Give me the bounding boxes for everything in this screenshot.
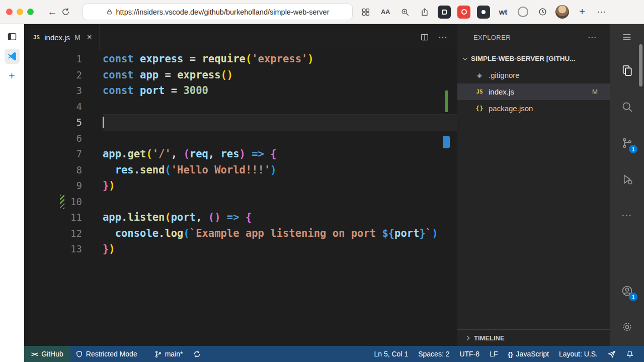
ellipsis-icon: ⋯ — [621, 209, 632, 221]
back-button[interactable]: ← — [46, 6, 59, 19]
minimize-window-button[interactable] — [17, 9, 23, 15]
overview-scroll-marker[interactable] — [443, 136, 450, 148]
eol-item[interactable]: LF — [485, 346, 503, 362]
code-line-1[interactable]: 1const express = require('express') — [24, 51, 457, 67]
line-number: 7 — [24, 146, 82, 162]
code-line-8[interactable]: 8 res.send('Hello World!!!') — [24, 162, 457, 178]
text-size-icon[interactable]: AA — [379, 6, 392, 19]
notifications-item[interactable] — [621, 346, 639, 362]
file-list: ◈.gitignoreJSindex.jsM{}package.json — [457, 67, 610, 117]
file-row-.gitignore[interactable]: ◈.gitignore — [457, 67, 610, 83]
line-number: 2 — [24, 67, 82, 83]
history-icon[interactable] — [536, 6, 549, 19]
workspace-folder-row[interactable]: SIMPLE-WEB-SERVER [GITHU... — [457, 50, 610, 67]
vscode-tab-icon[interactable] — [5, 49, 20, 64]
shield-icon — [75, 350, 83, 358]
timeline-section[interactable]: TIMELINE — [457, 329, 610, 346]
branch-item[interactable]: main* — [149, 346, 188, 362]
editor-pane: JS index.js M × ⋯ 1const — [24, 24, 457, 346]
run-debug-activity-icon[interactable] — [615, 167, 639, 191]
zoom-icon[interactable] — [398, 6, 412, 19]
line-number: 12 — [24, 226, 82, 242]
source-control-activity-icon[interactable]: 1 — [615, 131, 639, 155]
lock-icon — [106, 9, 113, 15]
file-row-index.js[interactable]: JSindex.jsM — [457, 83, 610, 100]
browser-extension-icon[interactable] — [516, 6, 529, 19]
file-row-package.json[interactable]: {}package.json — [457, 100, 610, 117]
zoom-window-button[interactable] — [27, 9, 34, 15]
more-activity-icon[interactable]: ⋯ — [615, 203, 639, 227]
feedback-item[interactable] — [603, 346, 621, 362]
encoding-item[interactable]: UTF-8 — [454, 346, 485, 362]
browser-scrollbar[interactable] — [639, 44, 642, 86]
extension-glyph — [442, 10, 447, 15]
line-number: 3 — [24, 83, 82, 99]
status-right: Ln 5, Col 1 Spaces: 2 UTF-8 LF {} JavaSc… — [369, 346, 644, 362]
indentation-label: Spaces: 2 — [418, 350, 449, 358]
overflow-menu-icon[interactable]: ⋯ — [595, 6, 608, 19]
code-line-12[interactable]: 12 console.log(`Example app listening on… — [24, 226, 457, 242]
reload-button[interactable] — [59, 6, 72, 19]
code-line-7[interactable]: 7app.get('/', (req, res) => { — [24, 146, 457, 162]
split-editor-icon[interactable] — [420, 33, 429, 42]
git-file-icon: ◈ — [474, 71, 485, 79]
remote-indicator[interactable]: >< GitHub — [24, 346, 70, 362]
code-line-10[interactable]: 10 — [24, 194, 457, 210]
git-branch-icon — [154, 350, 162, 358]
restricted-mode-item[interactable]: Restricted Mode — [70, 346, 142, 362]
cursor-position-item[interactable]: Ln 5, Col 1 — [369, 346, 413, 362]
browser-extension-icon[interactable] — [438, 6, 451, 19]
code-line-5[interactable]: 5 — [24, 115, 457, 131]
code-line-2[interactable]: 2const app = express() — [24, 67, 457, 83]
code-line-3[interactable]: 3const port = 3000 — [24, 83, 457, 99]
explorer-title: EXPLORER — [473, 34, 511, 41]
explorer-more-icon[interactable]: ⋯ — [588, 32, 597, 43]
browser-extension-icon[interactable] — [477, 6, 490, 19]
line-number: 8 — [24, 162, 82, 178]
profile-avatar[interactable] — [555, 5, 569, 19]
menu-icon[interactable] — [615, 31, 639, 43]
git-modified-badge: M — [592, 88, 598, 96]
indentation-item[interactable]: Spaces: 2 — [413, 346, 454, 362]
chevron-right-icon — [465, 335, 470, 340]
settings-gear-icon[interactable] — [615, 315, 639, 339]
code-line-6[interactable]: 6 — [24, 131, 457, 147]
extension-glyph — [481, 10, 486, 14]
code-text: res.send('Hello World!!!') — [103, 162, 457, 178]
json-file-icon: {} — [474, 105, 485, 112]
tab-overview-icon[interactable] — [359, 6, 372, 19]
tab-indexjs[interactable]: JS index.js M × — [24, 24, 100, 50]
browser-extension-icon[interactable] — [457, 6, 470, 19]
extension-glyph — [518, 7, 528, 17]
tab-modified-badge: M — [74, 33, 80, 41]
language-mode-item[interactable]: {} JavaScript — [503, 346, 553, 362]
braces-icon: {} — [508, 350, 513, 358]
url-bar[interactable]: https://insiders.vscode.dev/github/burke… — [83, 4, 352, 20]
new-tab-icon[interactable]: + — [576, 6, 589, 19]
new-tab-button[interactable]: + — [6, 69, 19, 82]
browser-extension-wt-icon[interactable]: wt — [497, 6, 510, 19]
close-tab-icon[interactable]: × — [87, 32, 92, 42]
code-line-4[interactable]: 4 — [24, 99, 457, 115]
sync-icon — [193, 350, 201, 358]
code-text: app.listen(port, () => { — [103, 210, 457, 226]
sidebar-toggle-icon[interactable] — [6, 30, 19, 43]
sync-item[interactable] — [188, 346, 206, 362]
share-icon[interactable] — [418, 6, 431, 19]
editor-tab-bar: JS index.js M × ⋯ — [24, 24, 457, 50]
explorer-activity-icon[interactable] — [615, 58, 639, 82]
code-editor[interactable]: 1const express = require('express')2cons… — [24, 50, 457, 346]
keyboard-layout-item[interactable]: Layout: U.S. — [554, 346, 603, 362]
code-text: const port = 3000 — [103, 83, 457, 99]
code-line-11[interactable]: 11app.listen(port, () => { — [24, 210, 457, 226]
editor-more-actions-icon[interactable]: ⋯ — [438, 32, 448, 43]
code-line-13[interactable]: 13}) — [24, 241, 457, 257]
close-window-button[interactable] — [6, 9, 13, 15]
account-icon[interactable]: 1 — [615, 279, 639, 303]
line-number: 9 — [24, 178, 82, 194]
explorer-header: EXPLORER ⋯ — [457, 24, 610, 50]
timeline-label: TIMELINE — [474, 334, 505, 342]
search-activity-icon[interactable] — [615, 95, 639, 119]
code-text: console.log(`Example app listening on po… — [103, 226, 457, 242]
code-line-9[interactable]: 9}) — [24, 178, 457, 194]
